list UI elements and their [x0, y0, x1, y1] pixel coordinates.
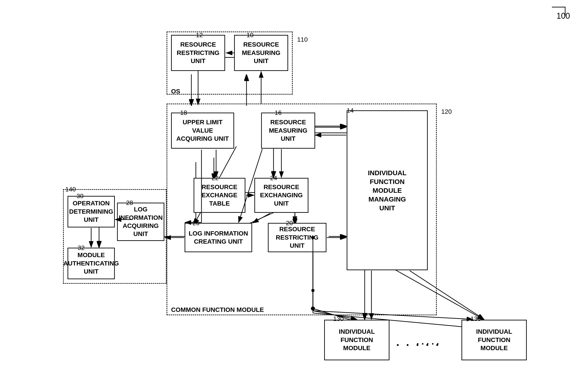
ref-28: 28 — [126, 199, 133, 207]
ref-110: 110 — [297, 36, 308, 43]
ref-130-1: 130 — [333, 315, 344, 322]
os-label: OS — [171, 88, 180, 95]
ref-14: 14 — [347, 107, 354, 114]
log-information-creating-unit: LOG INFORMATIONCREATING UNIT — [185, 223, 252, 252]
ref-24: 24 — [270, 174, 277, 182]
ref-20: 20 — [286, 220, 293, 227]
ref-26: 26 — [192, 220, 199, 227]
resource-exchanging-unit: RESOURCEEXCHANGINGUNIT — [254, 178, 308, 213]
resource-exchange-table: RESOURCEEXCHANGETABLE — [194, 178, 245, 213]
ref-130-2: 130 — [470, 315, 481, 322]
log-information-acquiring-unit: LOGINFORMATIONACQUIRINGUNIT — [117, 203, 164, 241]
ref-140: 140 — [65, 186, 76, 193]
module-authenticating-unit: MODULEAUTHENTICATINGUNIT — [67, 248, 115, 279]
resource-measuring-unit-os: RESOURCEMEASURINGUNIT — [234, 35, 288, 71]
resource-restricting-unit-os: RESOURCERESTRICTINGUNIT — [171, 35, 225, 71]
upper-limit-value-acquiring-unit: UPPER LIMITVALUEACQUIRING UNIT — [171, 113, 234, 148]
individual-function-module-managing-unit: INDIVIDUALFUNCTIONMODULEMANAGINGUNIT — [347, 110, 428, 270]
ref-12: 12 — [196, 32, 203, 39]
ellipsis: . . . . . — [396, 336, 441, 349]
ref-18: 18 — [180, 109, 187, 116]
ref-30: 30 — [77, 192, 84, 200]
ref-22: 22 — [212, 174, 219, 182]
resource-restricting-unit-common: RESOURCERESTRICTINGUNIT — [268, 223, 326, 252]
common-function-module-label: COMMON FUNCTION MODULE — [171, 306, 264, 314]
ref-16: 16 — [275, 109, 282, 116]
individual-function-module-1: INDIVIDUALFUNCTIONMODULE — [324, 320, 389, 360]
ref-32: 32 — [78, 244, 85, 252]
resource-measuring-unit-common: RESOURCEMEASURINGUNIT — [261, 113, 315, 148]
ref-120: 120 — [441, 108, 452, 115]
ref-10: 10 — [247, 32, 253, 39]
operation-determining-unit: OPERATIONDETERMININGUNIT — [67, 196, 115, 227]
individual-function-module-2: INDIVIDUALFUNCTIONMODULE — [462, 320, 527, 360]
